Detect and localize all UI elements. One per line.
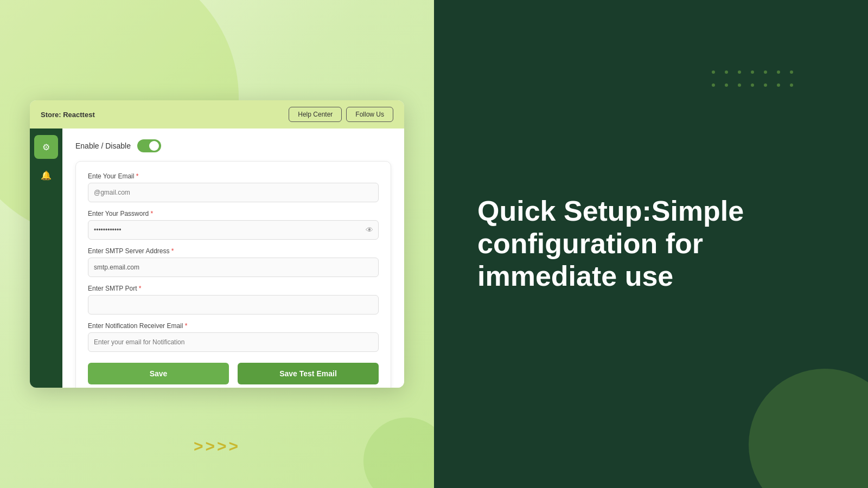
sidebar: ⚙ 🔔 xyxy=(30,129,62,388)
bell-icon: 🔔 xyxy=(41,170,52,181)
password-required: * xyxy=(150,210,153,217)
password-label: Enter Your Password * xyxy=(88,210,379,217)
password-group: Enter Your Password * 👁 xyxy=(88,210,379,240)
sidebar-item-settings[interactable]: ⚙ xyxy=(34,135,58,159)
app-window: Store: Reacttest Help Center Follow Us ⚙… xyxy=(30,100,404,388)
enable-disable-label: Enable / Disable xyxy=(75,142,131,150)
smtp-address-required: * xyxy=(171,247,174,255)
sidebar-item-notifications[interactable]: 🔔 xyxy=(34,163,58,187)
dot xyxy=(790,70,793,74)
email-label: Ente Your Email * xyxy=(88,172,379,180)
help-center-button[interactable]: Help Center xyxy=(289,107,342,122)
dot xyxy=(712,84,715,87)
dot xyxy=(751,84,754,87)
notification-email-label: Enter Notification Receiver Email * xyxy=(88,322,379,330)
password-wrapper: 👁 xyxy=(88,220,379,240)
dot xyxy=(738,84,741,87)
form-area: Enable / Disable Ente Your Email xyxy=(62,129,404,388)
form-buttons: Save Save Test Email xyxy=(88,363,379,384)
toggle-thumb xyxy=(149,141,159,151)
top-bar: Store: Reacttest Help Center Follow Us xyxy=(30,100,404,129)
smtp-port-input[interactable] xyxy=(88,295,379,314)
dot xyxy=(777,70,780,74)
smtp-address-label: Enter SMTP Server Address * xyxy=(88,247,379,255)
smtp-address-group: Enter SMTP Server Address * xyxy=(88,247,379,277)
toggle-track xyxy=(137,139,161,152)
dot xyxy=(777,84,780,87)
smtp-port-required: * xyxy=(139,285,142,292)
enable-disable-row: Enable / Disable xyxy=(75,139,391,152)
save-button[interactable]: Save xyxy=(88,363,229,384)
enable-toggle[interactable] xyxy=(137,139,161,152)
eye-icon[interactable]: 👁 xyxy=(366,226,373,234)
left-panel: Store: Reacttest Help Center Follow Us ⚙… xyxy=(0,0,434,488)
notification-email-required: * xyxy=(185,322,188,330)
dots-grid xyxy=(712,70,797,91)
tagline: Quick Setup:Simple configuration for imm… xyxy=(477,195,792,292)
dot xyxy=(764,84,767,87)
notification-email-group: Enter Notification Receiver Email * xyxy=(88,322,379,352)
dot xyxy=(751,70,754,74)
main-content: ⚙ 🔔 Enable / Disable xyxy=(30,129,404,388)
bottom-right-circle xyxy=(749,369,868,488)
email-required: * xyxy=(136,172,139,180)
gear-icon: ⚙ xyxy=(42,142,50,152)
email-input[interactable] xyxy=(88,183,379,202)
email-group: Ente Your Email * xyxy=(88,172,379,202)
smtp-port-label: Enter SMTP Port * xyxy=(88,285,379,292)
follow-us-button[interactable]: Follow Us xyxy=(346,107,393,122)
dot xyxy=(738,70,741,74)
dot xyxy=(790,84,793,87)
store-name: Reacttest xyxy=(63,111,95,119)
password-input[interactable] xyxy=(88,220,379,240)
smtp-port-group: Enter SMTP Port * xyxy=(88,285,379,314)
smtp-address-input[interactable] xyxy=(88,258,379,277)
dot xyxy=(764,70,767,74)
notification-email-input[interactable] xyxy=(88,332,379,352)
right-panel: Quick Setup:Simple configuration for imm… xyxy=(434,0,868,488)
store-label: Store: Reacttest xyxy=(41,111,95,119)
chevrons: >>>> xyxy=(194,437,240,455)
top-bar-buttons: Help Center Follow Us xyxy=(289,107,393,122)
dot xyxy=(725,70,728,74)
dot xyxy=(712,70,715,74)
form-card: Ente Your Email * Enter Your Password * xyxy=(75,161,391,388)
save-test-email-button[interactable]: Save Test Email xyxy=(238,363,379,384)
dot xyxy=(725,84,728,87)
